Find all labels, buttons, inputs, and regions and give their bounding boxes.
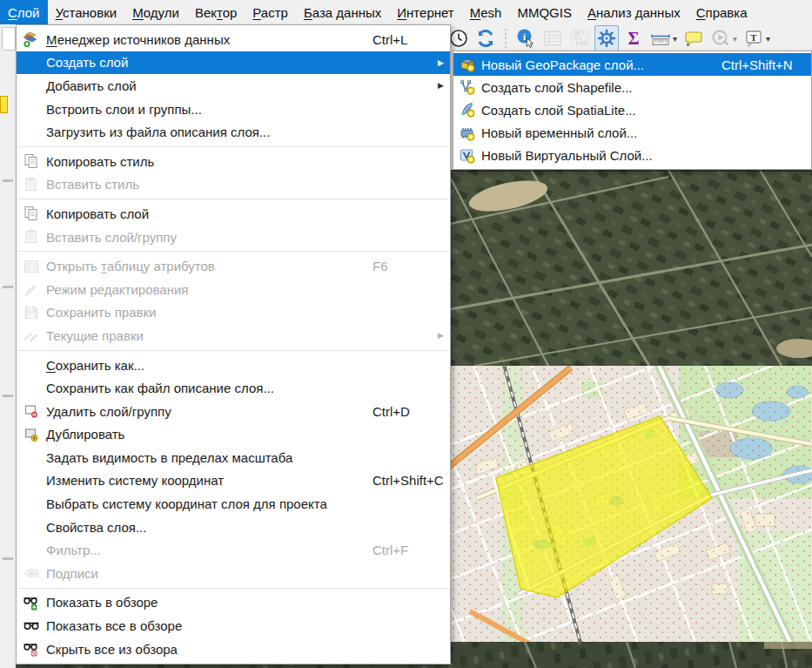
menu-item-new-temporary-layer[interactable]: Новый временный слой... — [453, 122, 811, 145]
menu-item-add-from-layer-definition[interactable]: Загрузить из файла описания слоя... — [17, 120, 450, 144]
text-annotation-button[interactable]: T▾ — [742, 25, 772, 51]
submenu-arrow-icon: ▶ — [438, 331, 444, 340]
menu-item-save-as-layer-definition[interactable]: Сохранить как файл описание слоя... — [17, 376, 450, 400]
menubar-item-вектор[interactable]: Вектор — [187, 0, 245, 24]
overview-remove-icon — [17, 640, 46, 658]
clock-icon — [448, 28, 469, 49]
menu-item-save-as[interactable]: Сохранить как... — [17, 354, 450, 377]
menu-item-hide-all-from-overview[interactable]: Скрыть все из обзора — [17, 638, 450, 661]
menu-item-add-layer[interactable]: Добавить слой▶ — [17, 74, 450, 98]
menu-separator — [18, 146, 448, 147]
menu-item-remove-layer-group[interactable]: Удалить слой/группуCtrl+D — [17, 400, 450, 423]
menu-item-new-spatialite-layer[interactable]: Создать слой SpatiaLite... — [453, 98, 811, 121]
menu-item-set-layer-crs[interactable]: Изменить систему координатCtrl+Shift+C — [17, 469, 450, 493]
create-layer-submenu: Новый GeoPackage слой...Ctrl+Shift+NСозд… — [453, 51, 812, 170]
menubar-item-установки[interactable]: Установки — [48, 0, 125, 24]
menu-item-create-layer[interactable]: Создать слой▶ — [17, 51, 450, 75]
menubar-item-mesh[interactable]: Mesh — [462, 0, 510, 24]
dropdown-caret-icon[interactable]: ▾ — [673, 34, 677, 44]
gear-run-icon — [710, 28, 731, 49]
labels-icon: abc — [17, 564, 46, 582]
speech-bubble-icon — [683, 28, 704, 49]
menubar: СлойУстановкиМодулиВекторРастрБаза данны… — [0, 0, 812, 24]
menu-item-new-geopackage-layer[interactable]: Новый GeoPackage слой...Ctrl+Shift+N — [453, 53, 811, 76]
menubar-item-справка[interactable]: Справка — [688, 0, 755, 24]
menu-shortcut: Ctrl+D — [372, 404, 410, 419]
geopackage-icon — [453, 56, 481, 73]
svg-text:T: T — [750, 32, 757, 43]
copy-style-icon — [17, 152, 46, 170]
menu-shortcut: Ctrl+Shift+N — [721, 57, 793, 72]
attribute-table-icon — [17, 258, 46, 275]
menu-shortcut: Ctrl+L — [372, 32, 407, 47]
measure-button[interactable]: ▾ — [648, 25, 679, 51]
menu-item-save-edits: Сохранить правки — [17, 301, 450, 325]
toolbar: iΣ▾▾T▾ — [440, 24, 812, 52]
edit-pencil-icon — [17, 280, 46, 298]
map-canvas-osm[interactable] — [451, 366, 812, 642]
menubar-item-растр[interactable]: Растр — [245, 0, 296, 24]
menu-item-toggle-editing: Режим редактирования — [17, 278, 450, 301]
refresh-map-button[interactable] — [473, 25, 498, 51]
sum-features-button[interactable]: Σ — [621, 25, 646, 51]
ruler-icon — [650, 28, 671, 49]
dropdown-caret-icon[interactable]: ▾ — [766, 34, 770, 44]
remove-layer-icon — [17, 402, 46, 420]
dropdown-caret-icon[interactable]: ▾ — [733, 34, 737, 44]
menu-item-data-source-manager[interactable]: Менеджер источников данныхCtrl+L — [17, 28, 450, 51]
menu-shortcut: F6 — [372, 259, 388, 273]
qgis-window: СлойУстановкиМодулиВекторРастрБаза данны… — [0, 0, 812, 668]
processing-toolbox-button[interactable] — [594, 25, 619, 51]
virtual-layer-icon — [453, 147, 481, 165]
save-edits-icon — [17, 304, 46, 321]
menu-item-show-in-overview[interactable]: Показать в обзоре — [17, 591, 450, 615]
map-canvas-satellite[interactable] — [451, 170, 812, 366]
panel-fragment — [3, 395, 13, 397]
layers-add-icon — [17, 30, 46, 48]
menubar-item-анализ-данных[interactable]: Анализ данных — [580, 0, 688, 24]
paste-layer-icon — [17, 228, 46, 246]
menu-item-set-scale-visibility[interactable]: Задать видимость в пределах масштаба — [17, 446, 450, 469]
menu-item-show-all-in-overview[interactable]: Показать все в обзоре — [17, 614, 450, 638]
attribute-table-icon — [542, 28, 563, 49]
submenu-arrow-icon: ▶ — [438, 81, 444, 90]
panel-fragment — [3, 179, 13, 182]
overview-add-icon — [17, 594, 46, 611]
identify-features-button[interactable]: i — [513, 25, 538, 51]
menubar-item-база-данных[interactable]: База данных — [296, 0, 389, 24]
menu-item-paste-style: Вставить стиль — [17, 173, 450, 197]
menubar-item-слой[interactable]: Слой — [0, 0, 48, 24]
menu-item-layer-properties[interactable]: Свойства слоя... — [17, 516, 450, 539]
panel-fragment — [3, 286, 13, 288]
menu-item-open-attribute-table: Открыть таблицу атрибутовF6 — [17, 254, 450, 278]
menu-separator — [18, 588, 448, 589]
svg-text:abc: abc — [29, 571, 37, 577]
refresh-icon — [475, 28, 496, 49]
menu-item-new-shapefile-layer[interactable]: Создать слой Shapefile... — [453, 76, 811, 98]
panel-fragment — [3, 557, 13, 560]
abacus-icon — [569, 28, 590, 49]
shapefile-icon — [453, 78, 481, 96]
menu-item-set-project-crs-from-layer[interactable]: Выбрать систему координат слоя для проек… — [17, 492, 450, 516]
current-edits-icon — [17, 327, 46, 344]
menu-item-current-edits: Текущие правки▶ — [17, 324, 450, 347]
menubar-item-модули[interactable]: Модули — [124, 0, 187, 24]
menu-shortcut: Ctrl+Shift+C — [372, 473, 444, 488]
menu-item-copy-layer[interactable]: Копировать слой — [17, 202, 450, 226]
spatialite-icon — [453, 101, 481, 118]
menu-item-copy-style[interactable]: Копировать стиль — [17, 150, 450, 173]
svg-text:i: i — [523, 31, 526, 42]
menu-separator — [18, 350, 448, 351]
open-attribute-table-button — [540, 25, 565, 51]
copy-layer-icon — [17, 205, 46, 222]
menubar-item-mmqgis[interactable]: MMQGIS — [509, 0, 580, 24]
duplicate-layer-icon — [17, 426, 46, 443]
menu-item-new-virtual-layer[interactable]: Новый Виртуальный Слой... — [453, 145, 811, 167]
map-tips-button[interactable] — [681, 25, 706, 51]
memory-layer-icon — [453, 125, 481, 142]
menu-item-duplicate-layer[interactable]: Дублировать — [17, 423, 450, 447]
overview-icon — [17, 617, 46, 635]
menu-item-embed-layers[interactable]: Встроить слои и группы... — [17, 98, 450, 121]
text-annotation-icon: T — [743, 28, 764, 49]
menubar-item-интернет[interactable]: Интернет — [389, 0, 461, 24]
